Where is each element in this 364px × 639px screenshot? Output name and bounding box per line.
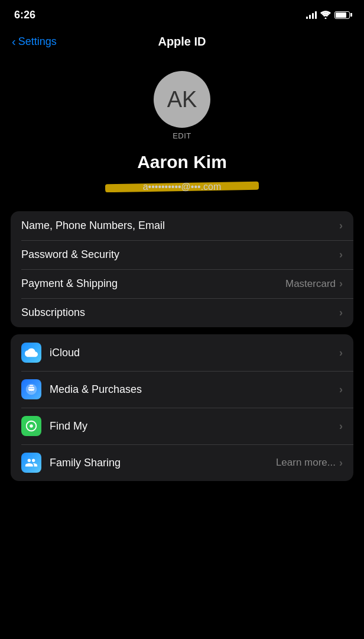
chevron-icon: › (339, 457, 343, 469)
battery-icon (334, 11, 350, 19)
chevron-icon: › (339, 383, 343, 396)
media-purchases-row[interactable]: Media & Purchases › (11, 371, 353, 408)
status-bar: 6:26 (0, 0, 364, 26)
payment-shipping-label: Payment & Shipping (21, 277, 285, 290)
icloud-icon (25, 346, 38, 359)
payment-shipping-row[interactable]: Payment & Shipping Mastercard › (11, 269, 353, 298)
icloud-row[interactable]: iCloud › (11, 334, 353, 371)
app-settings-card: iCloud › Media & Purchases › Find My › (11, 334, 353, 481)
back-chevron-icon: ‹ (12, 35, 16, 49)
profile-section: AK EDIT Aaron Kim a••••••••••@•••.com (0, 57, 364, 204)
family-sharing-icon (25, 456, 38, 469)
signal-icon (306, 11, 317, 19)
avatar-initials: AK (167, 87, 197, 112)
svg-point-1 (30, 424, 33, 428)
password-security-row[interactable]: Password & Security › (11, 240, 353, 269)
chevron-icon: › (339, 347, 343, 359)
chevron-icon: › (339, 248, 343, 261)
svg-point-0 (325, 18, 327, 20)
findmy-row[interactable]: Find My › (11, 408, 353, 444)
user-name: Aaron Kim (137, 152, 227, 172)
back-label: Settings (18, 36, 57, 48)
wifi-icon (320, 11, 331, 19)
payment-value: Mastercard (285, 278, 336, 290)
user-email: a••••••••••@•••.com (143, 182, 222, 192)
user-email-container: a••••••••••@•••.com (105, 176, 259, 192)
subscriptions-label: Subscriptions (21, 306, 339, 319)
subscriptions-row[interactable]: Subscriptions › (11, 298, 353, 327)
back-button[interactable]: ‹ Settings (12, 35, 57, 49)
status-time: 6:26 (14, 9, 35, 21)
chevron-icon: › (339, 277, 343, 290)
account-settings-card: Name, Phone Numbers, Email › Password & … (11, 211, 353, 327)
appstore-icon (25, 383, 38, 396)
avatar-container[interactable]: AK EDIT (154, 71, 210, 140)
status-icons (306, 11, 350, 19)
password-security-label: Password & Security (21, 248, 339, 261)
findmy-icon-wrap (21, 416, 41, 436)
findmy-icon (25, 419, 38, 433)
page-title: Apple ID (158, 35, 206, 49)
chevron-icon: › (339, 220, 343, 232)
icloud-label: iCloud (50, 347, 339, 359)
edit-label: EDIT (154, 131, 210, 140)
family-sharing-icon-wrap (21, 453, 41, 473)
media-purchases-icon-wrap (21, 379, 41, 399)
avatar: AK (154, 71, 210, 128)
family-sharing-label: Family Sharing (50, 457, 276, 469)
chevron-icon: › (339, 420, 343, 433)
icloud-icon-wrap (21, 343, 41, 363)
family-sharing-row[interactable]: Family Sharing Learn more... › (11, 444, 353, 481)
name-phone-email-row[interactable]: Name, Phone Numbers, Email › (11, 211, 353, 240)
chevron-icon: › (339, 306, 343, 319)
name-phone-email-label: Name, Phone Numbers, Email (21, 220, 339, 232)
media-purchases-label: Media & Purchases (50, 383, 339, 396)
family-sharing-value: Learn more... (276, 457, 336, 469)
nav-bar: ‹ Settings Apple ID (0, 26, 364, 57)
findmy-label: Find My (50, 420, 339, 433)
